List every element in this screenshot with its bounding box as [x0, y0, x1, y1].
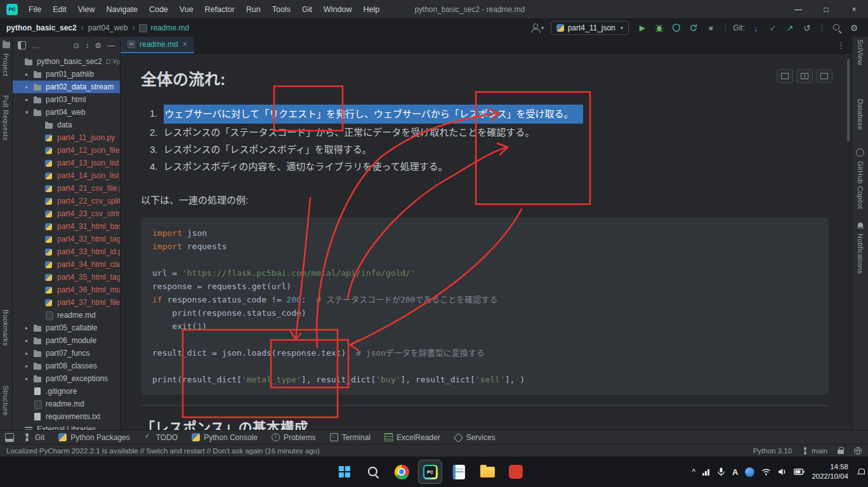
tree-item[interactable]: part4_34_html_class	[13, 258, 120, 271]
git-branch-widget[interactable]: main	[802, 447, 827, 455]
rerun-button[interactable]	[686, 20, 701, 36]
tree-item[interactable]: part4_36_html_multi	[13, 283, 120, 296]
stripe-notifications[interactable]: Notifications	[857, 233, 864, 274]
battery-icon[interactable]	[794, 468, 805, 476]
notification-center-icon[interactable]	[857, 468, 865, 476]
tree-item[interactable]: ▸ part06_module	[13, 334, 120, 347]
minimize-button[interactable]: —	[784, 0, 812, 18]
tree-item[interactable]: ▸ part05_callable	[13, 321, 120, 334]
search-everywhere-button[interactable]	[829, 20, 845, 36]
taskbar-search-button[interactable]	[362, 460, 385, 483]
stripe-github-copilot[interactable]: GitHub Copilot	[857, 161, 864, 209]
tree-item[interactable]: python_basic_sec2 D:¥pro	[13, 55, 120, 68]
panel-settings-icon[interactable]: ⚙	[95, 41, 102, 50]
close-icon[interactable]: ×	[183, 40, 187, 49]
toolwindow-button[interactable]: Terminal	[330, 433, 371, 442]
collapse-all-icon[interactable]: ↕	[85, 41, 89, 50]
toolwindow-button[interactable]: TODO	[144, 433, 178, 442]
preview-only-button[interactable]	[816, 69, 832, 83]
toolwindow-button[interactable]: Problems	[272, 433, 316, 442]
chevron-icon[interactable]: ▸	[25, 337, 33, 344]
tree-item[interactable]: data	[13, 119, 120, 131]
split-view-button[interactable]	[796, 69, 813, 83]
menu-item[interactable]: View	[72, 0, 101, 19]
tree-item[interactable]: part4_21_csv_file.py	[13, 182, 120, 195]
globe-icon[interactable]	[854, 447, 862, 455]
tree-item[interactable]: ▾ part04_web	[13, 106, 120, 119]
tree-item[interactable]: ▸ part02_data_stream	[13, 81, 120, 93]
breadcrumb-item[interactable]: python_basic_sec2 ›	[6, 23, 88, 32]
tree-item[interactable]: part4_11_json.py	[13, 131, 120, 144]
locate-file-icon[interactable]: ⊙	[73, 41, 79, 50]
breadcrumb-label[interactable]: python_basic_sec2	[6, 23, 77, 32]
run-with-coverage-button[interactable]	[669, 20, 684, 36]
menu-item[interactable]: Tools	[266, 0, 296, 19]
breadcrumb-label[interactable]: readme.md	[139, 23, 189, 32]
editor-scrollbar[interactable]	[847, 59, 850, 141]
menu-item[interactable]: Edit	[47, 0, 72, 19]
chevron-icon[interactable]: ▸	[25, 350, 33, 356]
menu-item[interactable]: Navigate	[101, 0, 143, 19]
chevron-icon[interactable]: ▸	[25, 375, 33, 382]
menu-item[interactable]: Code	[143, 0, 174, 19]
run-button[interactable]: ▶	[635, 20, 650, 36]
chevron-icon[interactable]: ▸	[25, 325, 33, 331]
editor-only-button[interactable]	[777, 69, 793, 83]
toolwindow-button[interactable]: Python Console	[192, 433, 258, 442]
toolwindow-quick-access-icon[interactable]	[5, 433, 14, 442]
tab-readme[interactable]: readme.md ×	[121, 37, 194, 53]
chevron-icon[interactable]: ▸	[25, 71, 33, 77]
stripe-database[interactable]: Database	[857, 99, 864, 131]
start-button[interactable]	[333, 460, 356, 483]
tree-item[interactable]: .gitignore	[13, 385, 120, 398]
menu-item[interactable]: Window	[318, 0, 357, 19]
menu-item[interactable]: Git	[296, 0, 318, 19]
tree-item[interactable]: part4_37_html_file.p	[13, 296, 120, 309]
project-view-icon[interactable]	[18, 41, 26, 49]
microphone-icon[interactable]	[717, 467, 725, 476]
tree-item[interactable]: ▸ part08_classes	[13, 360, 120, 372]
github-copilot-icon[interactable]	[856, 148, 864, 157]
git-commit-button[interactable]: ✓	[765, 20, 780, 36]
run-configuration-selector[interactable]: part4_11_json ▾	[551, 21, 629, 35]
overflow-menu-icon[interactable]: ⋮	[837, 41, 845, 50]
git-push-button[interactable]: ↗	[782, 20, 798, 36]
more-icon[interactable]: …	[32, 41, 39, 50]
tree-item[interactable]: part4_13_json_list.p	[13, 157, 120, 169]
tree-item[interactable]: part4_33_html_id.py	[13, 245, 120, 258]
hide-panel-icon[interactable]: —	[107, 41, 115, 50]
tree-item[interactable]: part4_12_json_file.p	[13, 144, 120, 157]
stripe-bookmarks[interactable]: Bookmarks	[2, 309, 10, 346]
stripe-pull-requests[interactable]: Pull Requests	[2, 95, 10, 141]
tree-item[interactable]: ▸ part09_exceptions	[13, 372, 120, 385]
explorer-app-button[interactable]	[476, 460, 499, 483]
tree-item[interactable]: part4_14_json_list_f	[13, 169, 120, 182]
status-message[interactable]: Localized PyCharm 2022.2.1 is available …	[6, 447, 320, 455]
maximize-button[interactable]: □	[812, 0, 840, 18]
menu-item[interactable]: Refactor	[199, 0, 240, 19]
python-interpreter[interactable]: Python 3.10	[753, 447, 792, 455]
toolwindow-button[interactable]: Services	[454, 433, 496, 442]
menu-item[interactable]: Help	[357, 0, 385, 19]
stop-button[interactable]: ■	[703, 20, 718, 36]
chevron-icon[interactable]: ▸	[25, 84, 33, 90]
tree-item[interactable]: readme.md	[13, 398, 120, 410]
tree-item[interactable]: part4_23_csv_string	[13, 207, 120, 220]
tree-item[interactable]: readme.md	[13, 309, 120, 321]
chrome-app-button[interactable]	[390, 460, 413, 483]
tree-item[interactable]: part4_22_csv_split_l	[13, 195, 120, 207]
chevron-icon[interactable]: ▸	[25, 363, 33, 369]
stripe-project[interactable]: Project	[2, 53, 10, 76]
tree-item[interactable]: ▸ part03_html	[13, 93, 120, 106]
chevron-icon[interactable]: ▸	[25, 96, 33, 103]
breadcrumb-label[interactable]: part04_web	[88, 23, 128, 32]
hidden-icons-chevron[interactable]: ^	[692, 467, 695, 476]
taskbar-clock[interactable]: 14:58 2022/10/04	[812, 462, 848, 481]
breadcrumb-item[interactable]: readme.md ›	[139, 23, 189, 32]
menu-item[interactable]: Vue	[174, 0, 199, 19]
blue-app-tray-icon[interactable]	[745, 467, 754, 477]
git-update-button[interactable]: ↓	[748, 20, 763, 36]
pycharm-app-button[interactable]: PC	[419, 460, 442, 483]
tree-item[interactable]: ▸ part07_funcs	[13, 347, 120, 360]
user-account-button[interactable]: ▾	[530, 20, 545, 36]
